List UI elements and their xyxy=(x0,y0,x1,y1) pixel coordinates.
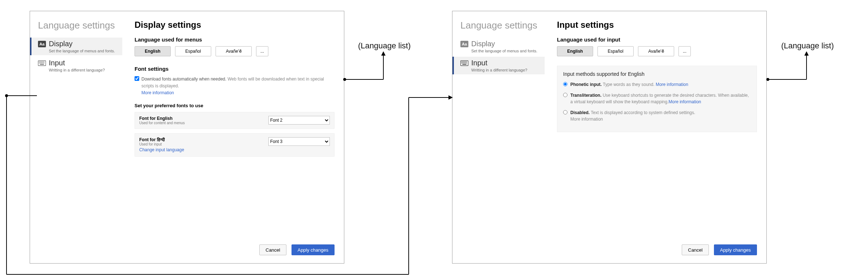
svg-marker-38 xyxy=(448,95,453,100)
arrow-input-to-right-panel xyxy=(0,0,868,278)
